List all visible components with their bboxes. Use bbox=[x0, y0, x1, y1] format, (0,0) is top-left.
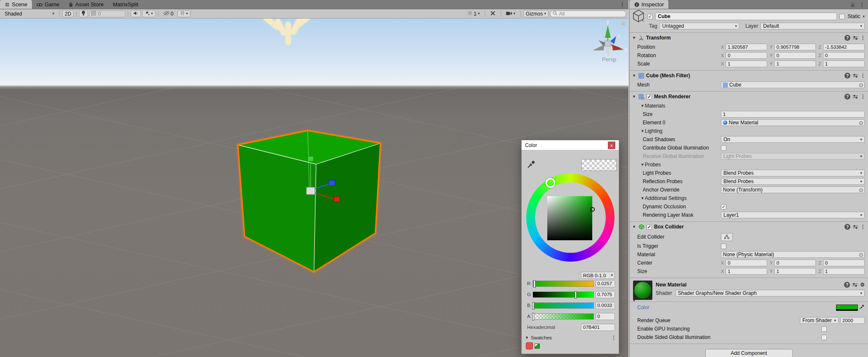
draw-mode-dropdown[interactable]: Shaded ▾ bbox=[2, 10, 57, 17]
help-icon[interactable]: ? bbox=[844, 282, 850, 288]
green-value-field[interactable]: 0.7075 bbox=[596, 291, 615, 298]
physic-material-field[interactable]: None (Physic Material) ⊙ bbox=[721, 251, 865, 258]
help-icon[interactable]: ? bbox=[844, 94, 850, 100]
reflection-probes-dropdown[interactable]: Blend Probes ▾ bbox=[721, 178, 865, 185]
grid-visibility-dropdown[interactable]: ▾ bbox=[177, 10, 191, 17]
close-icon[interactable]: x bbox=[608, 142, 615, 149]
tab-matrixsplit[interactable]: MatrixSplit bbox=[108, 0, 143, 9]
double-sided-gi-checkbox[interactable] bbox=[821, 335, 827, 340]
camera-settings-dropdown[interactable]: ▾ bbox=[504, 10, 518, 17]
presets-icon[interactable] bbox=[852, 224, 858, 229]
gpu-instancing-checkbox[interactable] bbox=[821, 326, 827, 332]
box-collider-header[interactable]: ▼ ✓ Box Collider ? ⋮ bbox=[630, 222, 868, 232]
saturation-value-box[interactable] bbox=[547, 196, 592, 240]
grid-snap-dropdown[interactable]: 1 ▾ bbox=[465, 10, 482, 17]
help-icon[interactable]: ? bbox=[844, 35, 850, 41]
axis-z-cone[interactable] bbox=[610, 36, 616, 44]
object-picker-icon[interactable]: ⊙ bbox=[859, 120, 863, 126]
static-dropdown-icon[interactable]: ▾ bbox=[863, 15, 865, 18]
probes-foldout[interactable]: ▼ Probes bbox=[630, 160, 868, 169]
lighting-toggle-button[interactable] bbox=[79, 10, 88, 17]
blue-slider-handle[interactable] bbox=[532, 302, 534, 310]
gameobject-name-field[interactable]: Cube bbox=[655, 13, 837, 20]
scene-tab-menu-icon[interactable]: ⋮ bbox=[616, 0, 628, 9]
object-picker-icon[interactable]: ⊙ bbox=[859, 187, 863, 193]
axis-x-cone[interactable] bbox=[612, 45, 624, 50]
axis-y-cone[interactable] bbox=[605, 25, 611, 38]
presets-icon[interactable] bbox=[852, 94, 858, 99]
mesh-renderer-header[interactable]: ▼ ✓ Mesh Renderer ? ⋮ bbox=[630, 92, 868, 102]
alpha-value-field[interactable]: 0 bbox=[596, 313, 615, 320]
presets-icon[interactable] bbox=[852, 282, 858, 287]
blue-slider[interactable] bbox=[533, 302, 594, 309]
eyedropper-icon[interactable] bbox=[859, 304, 865, 311]
static-checkbox[interactable] bbox=[839, 14, 845, 19]
help-icon[interactable]: ? bbox=[844, 73, 850, 79]
color-window-titlebar[interactable]: Color x bbox=[522, 140, 619, 150]
blue-value-field[interactable]: 0.0033 bbox=[596, 302, 615, 309]
scale-z-field[interactable]: 1 bbox=[823, 60, 865, 67]
center-x-field[interactable]: 0 bbox=[726, 260, 767, 266]
gear-icon[interactable]: ⚙ bbox=[860, 282, 865, 288]
tag-dropdown[interactable]: Untagged ▾ bbox=[660, 23, 739, 29]
size-y-field[interactable]: 1 bbox=[774, 268, 816, 275]
box-collider-enabled-checkbox[interactable]: ✓ bbox=[646, 224, 652, 230]
foldout-arrow-icon[interactable]: ▼ bbox=[632, 94, 636, 99]
help-icon[interactable]: ? bbox=[844, 224, 850, 230]
2d-toggle-button[interactable]: 2D bbox=[62, 10, 74, 17]
add-component-button[interactable]: Add Component bbox=[705, 349, 793, 357]
center-y-field[interactable]: 0 bbox=[774, 260, 816, 266]
center-z-field[interactable]: 0 bbox=[823, 260, 865, 266]
edit-collider-button[interactable] bbox=[721, 233, 733, 241]
material-color-swatch[interactable] bbox=[836, 304, 858, 311]
foldout-arrow-icon[interactable]: ▼ bbox=[632, 225, 636, 229]
effects-dropdown-button[interactable]: ▾ bbox=[142, 10, 156, 17]
audio-toggle-button[interactable] bbox=[131, 10, 141, 17]
swatches-header[interactable]: ▼ Swatches ⋮ bbox=[525, 335, 616, 341]
tab-scene[interactable]: Scene bbox=[0, 0, 32, 9]
axis-negative-cone[interactable] bbox=[593, 45, 604, 50]
lock-icon[interactable] bbox=[850, 2, 855, 7]
tool-settings-button[interactable] bbox=[488, 10, 498, 17]
perspective-label[interactable]: Persp bbox=[590, 56, 628, 63]
light-probes-dropdown[interactable]: Blend Probes ▾ bbox=[721, 170, 865, 176]
eyedropper-icon[interactable] bbox=[527, 160, 536, 170]
position-y-field[interactable]: 0.9057798 bbox=[774, 44, 816, 50]
mesh-filter-header[interactable]: ▼ Cube (Mesh Filter) ? ⋮ bbox=[630, 71, 868, 81]
rendering-layer-mask-dropdown[interactable]: Layer1 ▾ bbox=[721, 212, 865, 218]
gizmo-center-cube[interactable] bbox=[605, 41, 611, 46]
component-menu-icon[interactable]: ⋮ bbox=[860, 35, 865, 41]
scene-search-input[interactable]: All bbox=[550, 10, 626, 17]
foldout-arrow-icon[interactable]: ▼ bbox=[632, 74, 636, 78]
rotation-z-field[interactable]: 0 bbox=[823, 52, 865, 59]
inspector-menu-icon[interactable]: ⋮ bbox=[859, 1, 865, 8]
component-menu-icon[interactable]: ⋮ bbox=[860, 224, 865, 230]
rotation-x-field[interactable]: 0 bbox=[726, 52, 767, 59]
contribute-gi-checkbox[interactable] bbox=[721, 145, 726, 151]
alpha-slider[interactable] bbox=[533, 313, 594, 320]
exposure-field[interactable]: 0 bbox=[89, 10, 125, 17]
material-preview-thumbnail[interactable] bbox=[633, 281, 652, 300]
render-queue-value-field[interactable]: 2000 bbox=[840, 317, 865, 324]
hex-value-field[interactable]: 07B401 bbox=[581, 324, 615, 331]
tab-game[interactable]: Game bbox=[32, 0, 64, 9]
green-slider-handle[interactable] bbox=[575, 291, 577, 299]
shader-dropdown[interactable]: Shader Graphs/New Shader Graph ▾ bbox=[675, 290, 865, 297]
active-checkbox[interactable]: ✓ bbox=[647, 14, 653, 19]
anchor-override-field[interactable]: None (Transform) ⊙ bbox=[721, 186, 865, 193]
green-slider[interactable] bbox=[533, 291, 594, 298]
dynamic-occlusion-checkbox[interactable]: ✓ bbox=[721, 204, 726, 210]
size-z-field[interactable]: 1 bbox=[823, 268, 865, 275]
presets-icon[interactable] bbox=[852, 73, 858, 78]
materials-size-field[interactable]: 1 bbox=[721, 111, 865, 118]
component-menu-icon[interactable]: ⋮ bbox=[860, 73, 865, 79]
tab-inspector[interactable]: Inspector bbox=[630, 0, 668, 9]
red-slider[interactable] bbox=[533, 281, 594, 287]
scale-x-field[interactable]: 1 bbox=[726, 60, 767, 67]
swatches-menu-icon[interactable]: ⋮ bbox=[612, 335, 617, 341]
presets-icon[interactable] bbox=[852, 35, 858, 40]
scale-y-field[interactable]: 1 bbox=[774, 60, 816, 67]
red-value-field[interactable]: 0.0257 bbox=[596, 280, 615, 287]
axis-negative-cone[interactable] bbox=[605, 47, 611, 57]
render-queue-dropdown[interactable]: From Shader ▾ bbox=[800, 317, 839, 324]
